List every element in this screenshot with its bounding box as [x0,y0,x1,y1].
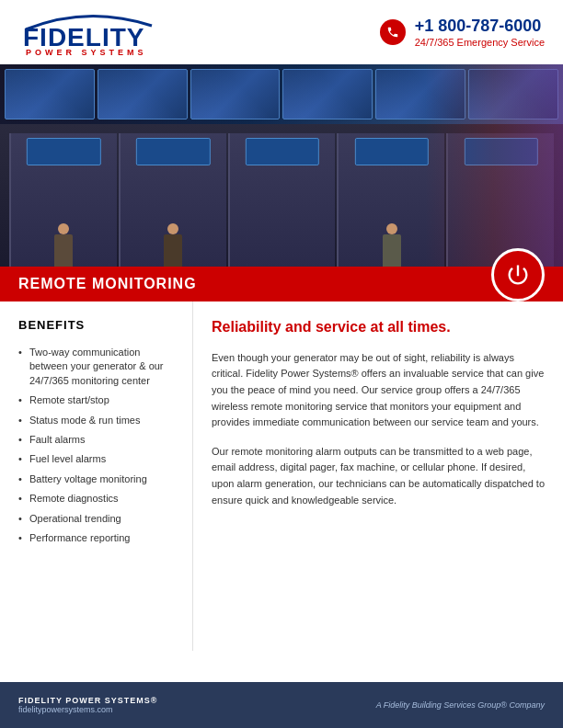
paragraph-1: Even though your generator may be out of… [212,350,545,431]
reliability-title: Reliability and service at all times. [212,318,545,337]
head-2 [167,223,178,234]
right-light-overlay [425,64,563,267]
person-3 [383,234,401,267]
svg-text:POWER SYSTEMS: POWER SYSTEMS [26,48,147,55]
footer-website: fidelitypowersystems.com [18,705,157,714]
footer: FIDELITY POWER SYSTEMS® fidelitypowersys… [0,682,563,728]
screen-2 [98,69,188,119]
head-3 [386,223,397,234]
main-content: BENEFITS Two-way communication between y… [0,301,563,651]
benefit-item-7: Remote diagnostics [18,489,174,508]
head-1 [58,223,69,234]
monitor-1 [27,138,100,165]
contact-area: +1 800-787-6000 24/7/365 Emergency Servi… [380,17,545,48]
benefit-item-9: Performance reporting [18,529,174,548]
benefit-item-3: Status mode & run times [18,411,174,430]
logo-svg: FIDELITY POWER SYSTEMS [18,9,166,55]
emergency-text: 24/7/365 Emergency Service [415,37,545,48]
person-2 [164,234,182,267]
footer-tagline: A Fidelity Building Services Group® Comp… [376,700,545,710]
header: FIDELITY POWER SYSTEMS +1 800-787-6000 2… [0,0,563,64]
benefit-item-4: Fault alarms [18,430,174,449]
footer-left: FIDELITY POWER SYSTEMS® fidelitypowersys… [18,696,157,714]
person-1 [54,234,73,267]
footer-company-name: FIDELITY POWER SYSTEMS® [18,696,157,705]
benefit-item-2: Remote start/stop [18,391,174,410]
power-icon [491,248,545,301]
monitor-2 [136,138,210,165]
screen-3 [190,69,281,119]
cubicle-2 [119,133,226,267]
phone-number: +1 800-787-6000 [415,17,545,37]
paragraph-2: Our remote monitoring alarm outputs can … [212,444,545,508]
banner: REMOTE MONITORING [0,267,563,301]
contact-text: +1 800-787-6000 24/7/365 Emergency Servi… [415,17,545,48]
cubicle-3 [228,133,336,267]
monitor-3 [246,138,319,165]
logo: FIDELITY POWER SYSTEMS [18,9,166,55]
monitor-4 [355,138,429,165]
screen-1 [5,69,95,119]
cubicle-1 [9,133,117,267]
logo-top: FIDELITY POWER SYSTEMS [18,9,166,55]
right-column: Reliability and service at all times. Ev… [193,301,563,651]
phone-icon [380,19,406,45]
screen-4 [282,69,373,119]
benefit-item-1: Two-way communication between your gener… [18,343,174,391]
control-room [0,64,563,267]
benefit-item-6: Battery voltage monitoring [18,470,174,489]
benefit-item-8: Operational trending [18,509,174,529]
benefit-item-5: Fuel level alarms [18,449,174,469]
left-column: BENEFITS Two-way communication between y… [0,301,193,651]
benefits-title: BENEFITS [18,318,174,332]
banner-title: REMOTE MONITORING [18,276,197,292]
hero-image [0,64,563,267]
benefits-list: Two-way communication between your gener… [18,343,174,548]
